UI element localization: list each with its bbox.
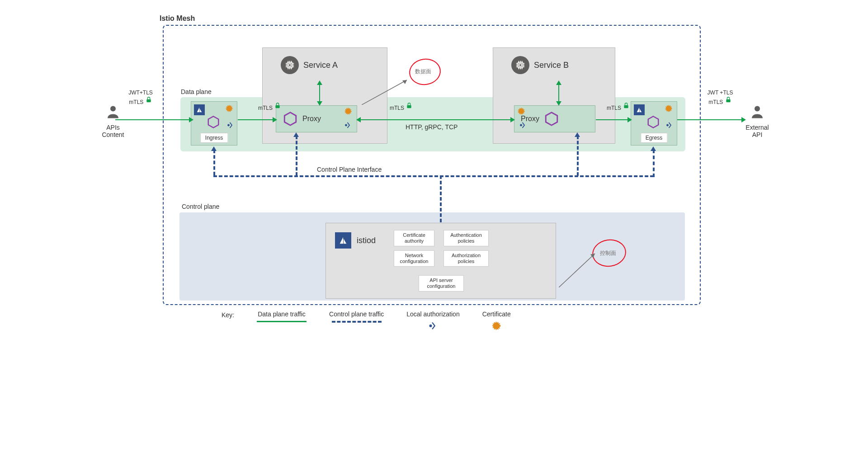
legend-key-label: Key: (222, 310, 234, 319)
annotation-dataplane: 数据面 (409, 59, 441, 85)
certificate-icon (491, 321, 501, 331)
cp-interface-line (440, 175, 442, 222)
arrow-icon (651, 146, 656, 151)
mtls-label-a: mTLS (258, 102, 281, 111)
svg-rect-36 (276, 105, 280, 108)
proxy-a-label: Proxy (302, 115, 321, 123)
arrow-icon (293, 132, 299, 137)
svg-point-32 (110, 106, 116, 112)
arrow-icon (556, 101, 561, 106)
arrow-icon (510, 117, 515, 122)
svg-line-53 (559, 254, 595, 287)
chip-icon (511, 56, 529, 74)
istio-sail-icon (194, 104, 205, 115)
diagram-canvas: Istio Mesh Data plane Control plane Serv… (90, 0, 778, 357)
legend-dp-traffic: Data plane traffic (257, 310, 307, 322)
person-icon (749, 104, 765, 120)
dp-vertical-line (319, 82, 320, 104)
external-client-left: APIs Content (95, 104, 131, 138)
dp-traffic-line (357, 119, 514, 120)
control-plane-label: Control plane (182, 203, 219, 210)
authz-policies-label: Authorization policies (443, 250, 489, 267)
svg-point-56 (493, 322, 500, 329)
svg-marker-31 (648, 117, 659, 128)
chip-icon (281, 56, 299, 74)
svg-rect-34 (146, 99, 151, 103)
svg-rect-15 (519, 64, 522, 66)
certificate-icon (344, 107, 352, 115)
hexagon-icon (646, 115, 660, 129)
protocol-label: HTTP, gRPC, TCP (406, 123, 458, 131)
istio-sail-icon (335, 232, 351, 249)
certificate-icon (225, 104, 233, 113)
certificate-icon (665, 104, 673, 113)
cp-interface-line (213, 150, 215, 175)
svg-point-55 (430, 325, 432, 327)
annotation-arrow-icon (559, 251, 599, 287)
cp-interface-line (296, 136, 297, 176)
hexagon-icon (283, 111, 298, 127)
legend-cert: Certificate (482, 310, 511, 331)
svg-rect-14 (518, 63, 523, 68)
auth-icon (665, 121, 674, 129)
jwt-tls-right: JWT +TLS mTLS (704, 89, 736, 105)
client-left-label: APIs Content (95, 124, 131, 138)
mesh-title: Istio Mesh (160, 14, 195, 23)
cp-interface-line (577, 136, 579, 176)
dp-traffic-line (677, 119, 745, 120)
authn-policies-label: Authentication policies (443, 230, 489, 246)
legend-cp-line-icon (332, 321, 382, 323)
legend-dp-line-icon (257, 321, 307, 322)
lock-icon (145, 96, 152, 104)
arrow-icon (627, 117, 632, 122)
service-a-label: Service A (303, 61, 338, 70)
hexagon-icon (207, 115, 220, 129)
lock-icon (725, 96, 732, 104)
dp-traffic-line (596, 119, 631, 120)
legend-cp-traffic: Control plane traffic (329, 310, 384, 323)
apiserver-config-label: API server configuration (419, 275, 464, 291)
svg-point-43 (519, 108, 524, 114)
jwt-tls-left: JWT+TLS mTLS (125, 89, 156, 105)
dp-traffic-line (238, 119, 276, 120)
arrow-icon (575, 132, 580, 137)
istiod-label: istiod (357, 236, 376, 245)
svg-rect-1 (288, 64, 291, 66)
network-config-label: Network configuration (394, 250, 434, 267)
svg-rect-35 (726, 99, 730, 103)
legend-auth: Local authorization (406, 310, 460, 331)
svg-rect-0 (288, 63, 292, 68)
istio-sail-icon (634, 104, 645, 115)
data-plane-label: Data plane (181, 88, 212, 95)
lock-icon (274, 102, 281, 110)
svg-marker-29 (546, 113, 557, 125)
person-icon (105, 104, 121, 120)
cp-interface-line (653, 150, 655, 177)
arrow-icon (189, 117, 193, 122)
auth-icon (226, 121, 235, 129)
dp-traffic-line (115, 119, 192, 120)
istiod-box: istiod Certificate authority Authenticat… (326, 223, 556, 299)
arrow-icon (273, 117, 277, 122)
mtls-label-c: mTLS (607, 102, 630, 111)
cert-authority-label: Certificate authority (394, 230, 434, 246)
arrow-icon (556, 80, 561, 85)
client-right-label: External API (741, 124, 773, 138)
svg-point-48 (345, 125, 347, 126)
egress-label: Egress (641, 133, 667, 143)
cp-interface-label: Control Plane Interface (315, 166, 383, 173)
auth-icon (344, 121, 352, 129)
svg-marker-28 (284, 113, 296, 125)
auth-icon (519, 121, 527, 129)
svg-point-45 (666, 106, 671, 111)
svg-point-47 (228, 125, 229, 126)
arrow-icon (317, 80, 322, 85)
external-client-right: External API (741, 104, 773, 138)
svg-rect-38 (624, 105, 628, 108)
arrow-icon (211, 146, 217, 151)
svg-point-39 (226, 106, 232, 111)
svg-point-41 (345, 108, 351, 114)
cp-interface-line (213, 175, 654, 177)
ingress-label: Ingress (200, 133, 228, 143)
arrow-icon (356, 117, 361, 122)
